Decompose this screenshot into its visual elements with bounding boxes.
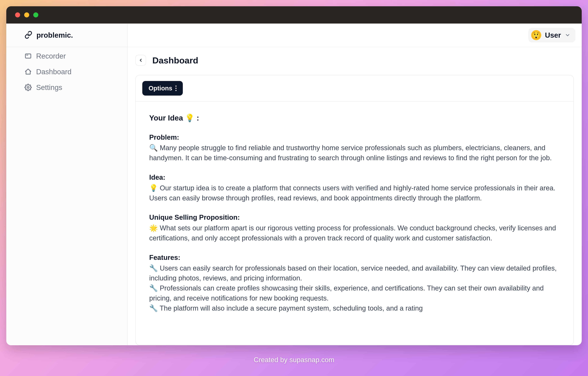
chevron-down-icon [565, 32, 570, 38]
sidebar-item-settings[interactable]: Settings [24, 83, 109, 92]
sidebar-item-label: Settings [36, 83, 62, 92]
section-heading-problem: Problem: [149, 132, 560, 142]
logo[interactable]: problemic. [6, 23, 127, 47]
section-heading-idea: Idea: [149, 172, 560, 182]
sidebar-item-dashboard[interactable]: Dashboard [24, 67, 109, 76]
more-vertical-icon [175, 85, 177, 91]
svg-point-2 [27, 86, 29, 88]
home-icon [24, 68, 32, 75]
main: 😲 User Dashboard Options [128, 23, 582, 345]
window-titlebar [6, 6, 582, 23]
section-body-usp: 🌟 What sets our platform apart is our ri… [149, 223, 560, 243]
avatar-emoji: 😲 [532, 31, 541, 39]
user-name: User [545, 31, 561, 39]
card-body: Your Idea 💡 : Problem: 🔍 Many people str… [136, 102, 574, 345]
page-header: Dashboard [135, 55, 574, 66]
section-body-problem: 🔍 Many people struggle to find reliable … [149, 143, 560, 163]
sidebar-nav: Recorder Dashboard Settings [6, 47, 127, 96]
content: Dashboard Options Your Idea 💡 : Problem:… [128, 47, 582, 345]
options-label: Options [149, 85, 172, 92]
sidebar-item-recorder[interactable]: Recorder [24, 52, 109, 60]
recorder-icon [24, 52, 32, 60]
app-body: problemic. Recorder Dashboard Settings [6, 23, 582, 345]
section-heading-features: Features: [149, 252, 560, 262]
top-bar: 😲 User [128, 23, 582, 47]
section-body-idea: 💡 Our startup idea is to create a platfo… [149, 183, 560, 203]
sidebar-item-label: Dashboard [36, 67, 72, 76]
logo-text: problemic. [36, 31, 73, 39]
options-button[interactable]: Options [142, 81, 183, 95]
back-button[interactable] [135, 55, 146, 66]
sidebar-item-label: Recorder [36, 52, 66, 60]
window-maximize-button[interactable] [33, 12, 38, 17]
gear-icon [24, 84, 32, 91]
page-title: Dashboard [152, 55, 198, 65]
feature-item-1: 🔧 Users can easily search for profession… [149, 263, 560, 283]
feature-item-3: 🔧 The platform will also include a secur… [149, 303, 560, 313]
svg-rect-0 [25, 54, 31, 58]
feature-item-2: 🔧 Professionals can create profiles show… [149, 283, 560, 303]
chevron-left-icon [138, 58, 143, 63]
card-header: Options [136, 75, 574, 102]
logo-icon [24, 31, 32, 39]
window-minimize-button[interactable] [24, 12, 29, 17]
sidebar: problemic. Recorder Dashboard Settings [6, 23, 128, 345]
window-close-button[interactable] [15, 12, 20, 17]
section-heading-usp: Unique Selling Proposition: [149, 212, 560, 222]
idea-card: Options Your Idea 💡 : Problem: 🔍 Many pe… [135, 75, 574, 345]
user-menu[interactable]: 😲 User [528, 28, 576, 42]
footer-credit: Created by supasnap.com [0, 356, 588, 364]
app-window: problemic. Recorder Dashboard Settings [6, 6, 582, 345]
idea-heading: Your Idea 💡 : [149, 113, 560, 124]
avatar: 😲 [531, 30, 541, 40]
